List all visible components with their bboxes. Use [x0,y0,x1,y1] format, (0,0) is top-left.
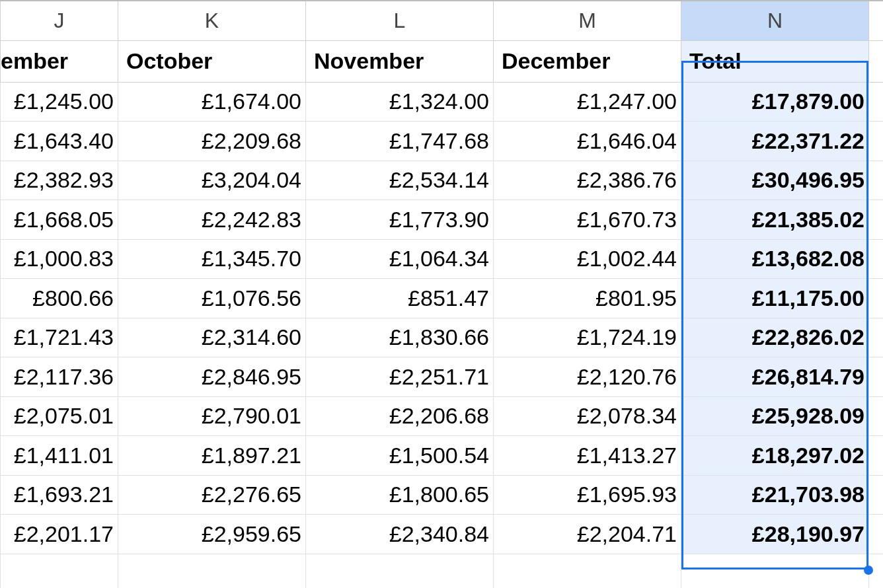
label-header-row[interactable]: ember October November December Total [1,40,884,82]
cell-empty[interactable] [869,475,884,515]
table-row[interactable]: £2,382.93 £3,204.04 £2,534.14 £2,386.76 … [1,161,884,200]
total-cell[interactable]: £13,682.08 [681,239,869,279]
cell[interactable]: £2,242.83 [118,200,306,240]
table-row[interactable]: £1,245.00 £1,674.00 £1,324.00 £1,247.00 … [1,82,884,122]
cell[interactable]: £2,846.95 [118,357,306,397]
cell[interactable]: £801.95 [494,279,681,318]
cell-empty[interactable] [869,279,884,318]
total-cell[interactable]: £26,814.79 [681,357,869,397]
total-cell[interactable]: £21,703.98 [681,475,869,515]
cell[interactable]: £1,695.93 [494,475,681,515]
total-cell[interactable]: £30,496.95 [681,161,869,200]
cell-empty[interactable] [869,396,884,436]
cell[interactable]: £800.66 [1,279,118,318]
table-row-empty[interactable] [1,554,884,588]
table-row[interactable]: £2,117.36 £2,846.95 £2,251.71 £2,120.76 … [1,357,884,397]
cell[interactable]: £1,413.27 [494,436,681,476]
total-cell[interactable]: £18,297.02 [681,436,869,476]
cell-empty[interactable] [1,554,118,588]
table-row[interactable]: £1,693.21 £2,276.65 £1,800.65 £1,695.93 … [1,475,884,515]
cell-empty[interactable] [869,82,884,122]
table-row[interactable]: £2,075.01 £2,790.01 £2,206.68 £2,078.34 … [1,396,884,436]
cell[interactable]: £1,345.70 [118,239,306,279]
cell[interactable]: £1,668.05 [1,200,118,240]
cell[interactable]: £1,747.68 [306,122,494,161]
cell[interactable]: £1,721.43 [1,318,118,357]
cell[interactable]: £1,830.66 [306,318,494,357]
cell[interactable]: £1,324.00 [306,82,494,122]
cell[interactable]: £2,201.17 [1,515,118,554]
cell-empty[interactable] [869,318,884,357]
total-cell[interactable]: £22,826.02 [681,318,869,357]
cell[interactable]: £1,643.40 [1,122,118,161]
cell-empty[interactable] [869,357,884,397]
header-october[interactable]: October [118,40,306,82]
cell[interactable]: £2,959.65 [118,515,306,554]
cell[interactable]: £1,674.00 [118,82,306,122]
data-grid[interactable]: J K L M N ember October November Decembe… [0,0,883,588]
cell[interactable]: £1,693.21 [1,475,118,515]
total-cell[interactable]: £28,190.97 [681,515,869,554]
cell[interactable]: £1,064.34 [306,239,494,279]
cell-empty[interactable] [869,515,884,554]
cell-empty[interactable] [869,239,884,279]
header-o-empty[interactable] [869,40,884,82]
total-cell[interactable]: £17,879.00 [681,82,869,122]
cell[interactable]: £2,117.36 [1,357,118,397]
cell[interactable]: £2,534.14 [306,161,494,200]
column-header-row[interactable]: J K L M N [1,1,884,40]
cell[interactable]: £1,002.44 [494,239,681,279]
cell[interactable]: £1,724.19 [494,318,681,357]
cell[interactable]: £2,206.68 [306,396,494,436]
column-header-l[interactable]: L [306,1,494,40]
cell[interactable]: £2,078.34 [494,396,681,436]
cell[interactable]: £1,245.00 [1,82,118,122]
column-header-n[interactable]: N [681,1,869,40]
header-september-partial[interactable]: ember [1,40,118,82]
table-row[interactable]: £1,643.40 £2,209.68 £1,747.68 £1,646.04 … [1,122,884,161]
cell-empty[interactable] [681,554,869,588]
cell[interactable]: £2,790.01 [118,396,306,436]
cell[interactable]: £2,276.65 [118,475,306,515]
cell[interactable]: £2,382.93 [1,161,118,200]
cell[interactable]: £1,500.54 [306,436,494,476]
cell[interactable]: £1,000.83 [1,239,118,279]
table-row[interactable]: £1,721.43 £2,314.60 £1,830.66 £1,724.19 … [1,318,884,357]
cell[interactable]: £1,800.65 [306,475,494,515]
cell[interactable]: £1,646.04 [494,122,681,161]
cell[interactable]: £1,670.73 [494,200,681,240]
cell[interactable]: £1,897.21 [118,436,306,476]
cell[interactable]: £851.47 [306,279,494,318]
table-row[interactable]: £1,000.83 £1,345.70 £1,064.34 £1,002.44 … [1,239,884,279]
cell[interactable]: £2,204.71 [494,515,681,554]
cell-empty[interactable] [869,122,884,161]
cell[interactable]: £2,314.60 [118,318,306,357]
cell[interactable]: £1,773.90 [306,200,494,240]
cell[interactable]: £2,209.68 [118,122,306,161]
table-row[interactable]: £2,201.17 £2,959.65 £2,340.84 £2,204.71 … [1,515,884,554]
table-row[interactable]: £1,411.01 £1,897.21 £1,500.54 £1,413.27 … [1,436,884,476]
column-header-k[interactable]: K [118,1,306,40]
table-row[interactable]: £800.66 £1,076.56 £851.47 £801.95 £11,17… [1,279,884,318]
cell-empty[interactable] [118,554,306,588]
column-header-m[interactable]: M [494,1,681,40]
column-header-o[interactable] [869,1,884,40]
cell[interactable]: £3,204.04 [118,161,306,200]
cell-empty[interactable] [869,200,884,240]
column-header-j[interactable]: J [1,1,118,40]
cell[interactable]: £1,247.00 [494,82,681,122]
total-cell[interactable]: £21,385.02 [681,200,869,240]
cell[interactable]: £2,386.76 [494,161,681,200]
fill-handle[interactable] [864,566,873,575]
spreadsheet-view[interactable]: J K L M N ember October November Decembe… [0,0,883,588]
cell[interactable]: £2,340.84 [306,515,494,554]
table-row[interactable]: £1,668.05 £2,242.83 £1,773.90 £1,670.73 … [1,200,884,240]
cell-empty[interactable] [494,554,681,588]
header-december[interactable]: December [494,40,681,82]
cell[interactable]: £1,411.01 [1,436,118,476]
header-november[interactable]: November [306,40,494,82]
cell[interactable]: £2,251.71 [306,357,494,397]
cell-empty[interactable] [869,436,884,476]
total-cell[interactable]: £22,371.22 [681,122,869,161]
cell[interactable]: £1,076.56 [118,279,306,318]
